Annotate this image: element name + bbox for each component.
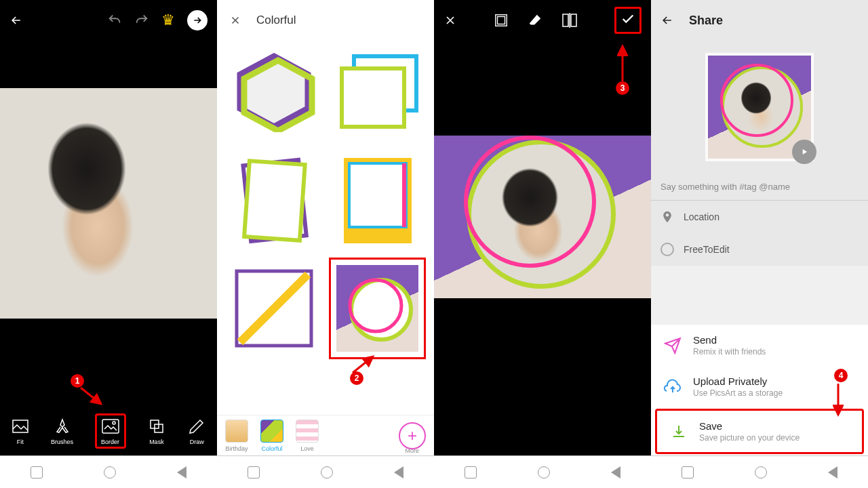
frame-extra-2[interactable] [329,366,426,393]
back-icon[interactable] [9,14,23,27]
share-preview [651,41,868,174]
svg-rect-14 [402,163,406,227]
frame-polaroid[interactable] [329,149,426,251]
nav-home-icon[interactable] [104,466,116,479]
svg-rect-23 [563,14,568,26]
svg-rect-9 [342,68,404,127]
svg-rect-13 [349,163,406,227]
step-marker-4: 4 [834,369,848,382]
cat-colorful[interactable]: Colorful [260,420,283,452]
forward-button[interactable] [187,10,208,30]
tool-draw[interactable]: Draw [187,417,206,445]
panel-title: Colorful [256,14,296,27]
tool-fit[interactable]: Fit [11,417,30,445]
svg-rect-11 [244,161,305,240]
canvas-image[interactable] [0,88,217,319]
nav-back-icon[interactable] [177,466,186,479]
location-row[interactable]: Location [651,201,868,233]
redo-icon[interactable] [134,13,149,28]
frame-hexagon[interactable] [225,41,322,142]
nav-home-icon[interactable] [538,466,550,479]
step-marker-2: 2 [350,371,363,385]
premium-crown-icon[interactable]: ♛ [161,12,175,29]
step-marker-1: 1 [71,374,84,388]
tool-mask[interactable]: Mask [147,417,166,445]
tool-border[interactable]: Border [95,413,126,449]
nav-back-icon[interactable] [394,466,403,479]
undo-icon[interactable] [107,13,122,28]
svg-rect-2 [102,420,119,433]
nav-recent-icon[interactable] [682,466,694,479]
radio-icon [660,243,674,256]
nav-recent-icon[interactable] [465,466,477,479]
frame-circles[interactable] [329,258,426,359]
nav-recent-icon[interactable] [31,466,43,479]
tool-brushes[interactable]: Brushes [51,417,73,445]
flip-icon[interactable] [561,13,578,28]
nav-home-icon[interactable] [321,466,333,479]
svg-point-3 [113,422,115,424]
frame-double-rect[interactable] [329,41,426,142]
nav-back-icon[interactable] [828,466,837,479]
cat-love[interactable]: Love [296,420,319,452]
location-icon [660,210,674,224]
back-icon[interactable] [660,14,674,27]
page-title: Share [689,14,723,28]
frame-extra-1[interactable] [225,366,322,393]
step-marker-3: 3 [616,81,629,95]
frames-grid [217,41,434,393]
svg-rect-22 [498,17,505,24]
nav-home-icon[interactable] [755,466,767,479]
svg-line-20 [353,357,373,373]
download-icon [671,424,687,440]
close-icon[interactable] [443,14,457,27]
svg-line-0 [81,388,101,404]
system-nav [434,455,651,488]
category-tabs: Birthday Colorful Love + [217,415,434,455]
action-send[interactable]: SendRemix it with friends [651,325,868,366]
nav-recent-icon[interactable] [248,466,260,479]
system-nav [0,455,217,488]
caption-input[interactable]: Say something with #tag @name [651,174,868,201]
eraser-icon[interactable] [528,13,542,28]
gif-play-icon[interactable] [792,140,816,164]
system-nav [651,455,868,488]
cloud-upload-icon [663,379,682,395]
cat-birthday[interactable]: Birthday [225,420,248,452]
add-more-button[interactable]: + [399,422,426,449]
send-icon [664,337,682,354]
canvas-preview[interactable] [434,136,651,298]
more-label: More [405,447,419,454]
system-nav [217,455,434,488]
confirm-button[interactable] [614,7,642,34]
freetoedit-row[interactable]: FreeToEdit [651,233,868,266]
nav-back-icon[interactable] [611,466,620,479]
frame-tilted[interactable] [225,149,322,251]
frame-triangle[interactable] [225,258,322,359]
svg-rect-24 [571,14,576,26]
crop-icon[interactable] [494,13,509,28]
close-icon[interactable] [229,14,241,26]
toolbar: Fit Brushes Border Mask Draw [0,407,217,455]
